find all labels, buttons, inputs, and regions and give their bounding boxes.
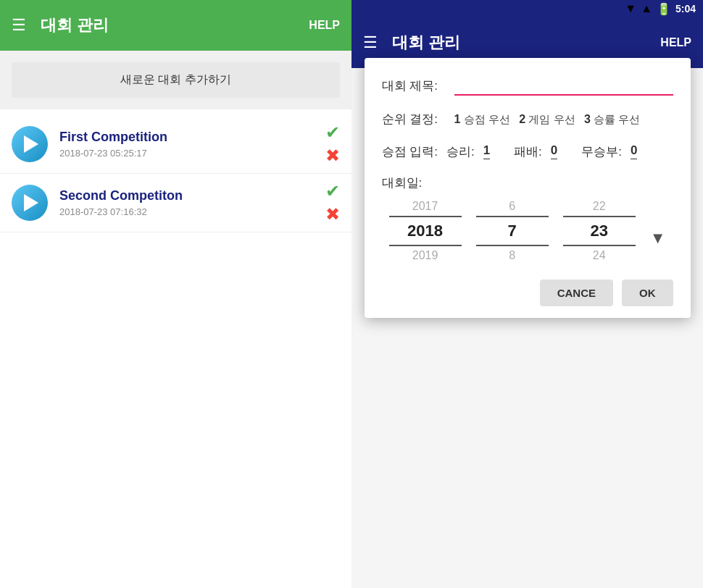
month-prev[interactable]: 6 [509, 200, 515, 213]
left-help-button[interactable]: HELP [309, 19, 340, 32]
status-time: 5:04 [675, 3, 696, 14]
dialog-overlay: 대회 제목: 순위 결정: 1 승점 우선 2 게임 우선 3 승률 우선 [352, 51, 703, 588]
day-prev[interactable]: 22 [593, 200, 606, 213]
lose-value: 0 [551, 143, 557, 159]
add-button-container: 새로운 대회 추가하기 [0, 51, 352, 109]
play-button-2[interactable] [12, 185, 48, 221]
year-next[interactable]: 2019 [412, 249, 438, 262]
rank-label: 순위 결정: [382, 111, 454, 127]
rank-num-1: 1 [454, 113, 461, 125]
day-current[interactable]: 23 [563, 216, 636, 246]
draw-label: 무승부: [581, 143, 622, 160]
competition-name-2: Second Competiton [59, 188, 325, 203]
dropdown-arrow-icon[interactable]: ▼ [650, 229, 666, 248]
left-title: 대회 관리 [41, 14, 309, 36]
right-menu-icon[interactable]: ☰ [363, 33, 378, 52]
competition-date-2: 2018-07-23 07:16:32 [59, 206, 325, 217]
signal-icon: ▲ [641, 2, 652, 15]
competition-list: First Competition 2018-07-23 05:25:17 ✔ … [0, 109, 352, 588]
cancel-button[interactable]: CANCE [540, 280, 613, 306]
year-current[interactable]: 2018 [389, 216, 462, 246]
competition-name-1: First Competition [59, 130, 325, 145]
action-icons-2: ✔ ✖ [325, 181, 340, 224]
left-header: ☰ 대회 관리 HELP [0, 0, 352, 51]
right-panel: ▼ ▲ 🔋 5:04 ☰ 대회 관리 HELP 대회 제목: 순위 결정: 1 … [352, 0, 703, 588]
title-input[interactable] [454, 75, 673, 96]
left-panel: ☰ 대회 관리 HELP 새로운 대회 추가하기 First Competiti… [0, 0, 352, 588]
battery-icon: 🔋 [657, 2, 671, 16]
play-triangle-icon [24, 135, 38, 153]
status-bar: ▼ ▲ 🔋 5:04 [352, 0, 703, 17]
cross-icon-1[interactable]: ✖ [325, 146, 340, 166]
wifi-icon: ▼ [625, 2, 636, 15]
play-button-1[interactable] [12, 126, 48, 162]
competition-info-1: First Competition 2018-07-23 05:25:17 [59, 130, 325, 159]
month-next[interactable]: 8 [509, 249, 515, 262]
rank-text-3: 승률 우선 [594, 113, 640, 125]
win-label: 승리: [446, 143, 475, 160]
rank-text-1: 승점 우선 [464, 113, 510, 125]
check-icon-2[interactable]: ✔ [325, 181, 340, 201]
win-value: 1 [483, 143, 490, 159]
list-item: Second Competiton 2018-07-23 07:16:32 ✔ … [0, 174, 352, 232]
month-column: 6 7 8 [476, 200, 549, 262]
dialog-rank-row: 순위 결정: 1 승점 우선 2 게임 우선 3 승률 우선 [382, 110, 673, 129]
draw-value: 0 [631, 143, 637, 159]
dialog-buttons: CANCE OK [382, 280, 673, 306]
date-section: 대회일: 2017 2018 2019 6 7 8 [382, 175, 673, 262]
rank-num-2: 2 [519, 113, 525, 125]
rank-text-2: 게임 우선 [528, 113, 575, 125]
date-picker[interactable]: 2017 2018 2019 6 7 8 22 23 24 [382, 200, 673, 262]
cross-icon-2[interactable]: ✖ [325, 204, 340, 224]
rank-text: 1 승점 우선 2 게임 우선 3 승률 우선 [454, 110, 641, 129]
ok-button[interactable]: OK [622, 280, 673, 306]
rank-num-3: 3 [584, 113, 591, 125]
date-label: 대회일: [382, 175, 673, 191]
dialog: 대회 제목: 순위 결정: 1 승점 우선 2 게임 우선 3 승률 우선 [365, 58, 691, 318]
right-help-button[interactable]: HELP [660, 36, 691, 49]
list-item: First Competition 2018-07-23 05:25:17 ✔ … [0, 115, 352, 174]
add-competition-button[interactable]: 새로운 대회 추가하기 [12, 62, 340, 98]
day-column: 22 23 24 [563, 200, 636, 262]
year-column: 2017 2018 2019 [389, 200, 462, 262]
title-label: 대회 제목: [382, 77, 454, 94]
dialog-score-row: 승점 입력: 승리: 1 패배: 0 무승부: 0 [382, 143, 673, 160]
dialog-title-row: 대회 제목: [382, 75, 673, 96]
year-prev[interactable]: 2017 [412, 200, 438, 213]
score-label: 승점 입력: [382, 143, 438, 160]
competition-info-2: Second Competiton 2018-07-23 07:16:32 [59, 188, 325, 217]
day-next[interactable]: 24 [593, 249, 606, 262]
competition-date-1: 2018-07-23 05:25:17 [59, 148, 325, 159]
menu-icon[interactable]: ☰ [12, 16, 26, 35]
check-icon-1[interactable]: ✔ [325, 122, 340, 143]
action-icons-1: ✔ ✖ [325, 122, 340, 166]
lose-label: 패배: [514, 143, 542, 160]
play-triangle-icon [24, 194, 38, 211]
month-current[interactable]: 7 [476, 216, 549, 246]
